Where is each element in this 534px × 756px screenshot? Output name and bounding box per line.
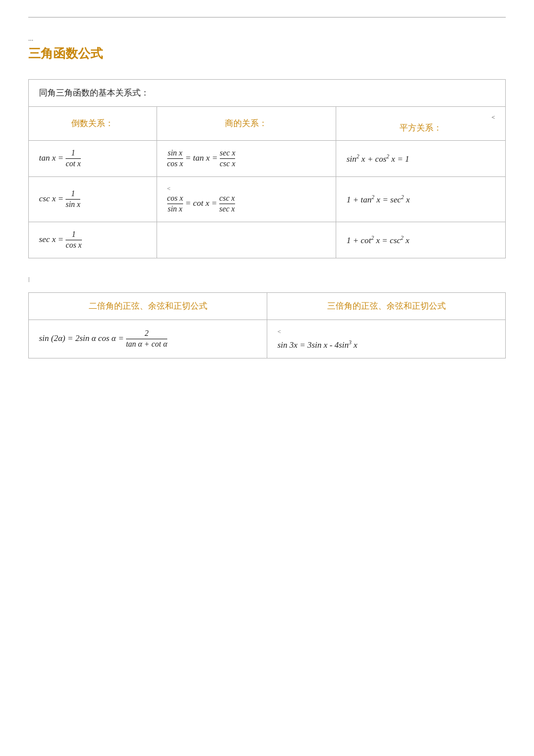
table1-row2-col1: csc x = 1 sin x [29, 177, 157, 222]
basic-relations-table: 同角三角函数的基本关系式： 倒数关系： 商的关系： < 平方关系： tan x … [28, 79, 506, 258]
table1-header: 同角三角函数的基本关系式： [29, 80, 506, 107]
table2-row1-col1: sin (2α) = 2sin α cos α = 2 tan α + cot … [29, 320, 267, 358]
col3-header: < 平方关系： [336, 107, 506, 141]
table1-row1-col1: tan x = 1 cot x [29, 141, 157, 177]
table2-row1-col2: < sin 3x = 3sin x - 4sin3 x [267, 320, 506, 358]
col1-header: 倒数关系： [29, 107, 157, 141]
table1-row1-col2: sin x cos x = tan x = sec x csc x [157, 141, 336, 177]
top-divider [28, 17, 506, 18]
table1-row2-col2: < cos x sin x = cot x = csc x sec x [157, 177, 336, 222]
table1-row3-col3: 1 + cot2 x = csc2 x [336, 222, 506, 258]
table1-row1-col3: sin2 x + cos2 x = 1 [336, 141, 506, 177]
table2-col1-header: 二倍角的正弦、余弦和正切公式 [29, 293, 267, 320]
double-triple-angle-table: 二倍角的正弦、余弦和正切公式 三倍角的正弦、余弦和正切公式 sin (2α) =… [28, 292, 506, 358]
col2-header: 商的关系： [157, 107, 336, 141]
page: ... 三角函数公式 同角三角函数的基本关系式： 倒数关系： 商的关系： < 平… [0, 0, 534, 756]
table1-row3-col1: sec x = 1 cos x [29, 222, 157, 258]
table1-row3-col2 [157, 222, 336, 258]
page-title: 三角函数公式 [28, 45, 506, 62]
table1-footnote: | [28, 275, 506, 282]
section-label: ... [28, 34, 506, 43]
table1-row2-col3: 1 + tan2 x = sec2 x [336, 177, 506, 222]
table2-col2-header: 三倍角的正弦、余弦和正切公式 [267, 293, 506, 320]
